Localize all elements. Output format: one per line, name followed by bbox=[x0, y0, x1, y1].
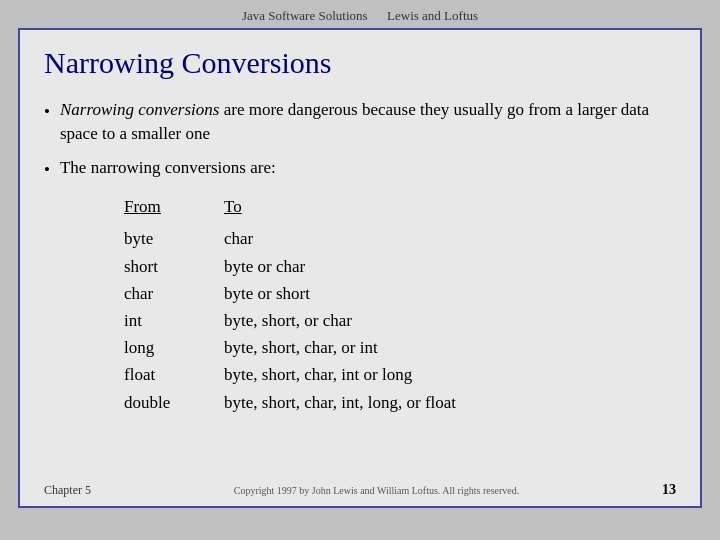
slide-container: Narrowing Conversions • Narrowing conver… bbox=[18, 28, 702, 508]
table-row-from-2: char bbox=[124, 280, 224, 307]
header-right: Lewis and Loftus bbox=[387, 8, 478, 23]
slide-title: Narrowing Conversions bbox=[44, 46, 676, 80]
table-row-from-0: byte bbox=[124, 225, 224, 252]
header-left: Java Software Solutions bbox=[242, 8, 368, 23]
bullet-dot-2: • bbox=[44, 158, 50, 182]
table-row-from-1: short bbox=[124, 253, 224, 280]
bullet1: • Narrowing conversions are more dangero… bbox=[44, 98, 676, 146]
table-row-from-6: double bbox=[124, 389, 224, 416]
col-from-header: From bbox=[124, 197, 224, 217]
table-row-from-4: long bbox=[124, 334, 224, 361]
table-row-from-3: int bbox=[124, 307, 224, 334]
table-row-to-1: byte or char bbox=[224, 253, 524, 280]
table-row-to-5: byte, short, char, int or long bbox=[224, 361, 524, 388]
footer: Chapter 5 Copyright 1997 by John Lewis a… bbox=[20, 482, 700, 498]
table-section: From To byteshortcharintlongfloatdouble … bbox=[124, 197, 676, 415]
bullet2-text: The narrowing conversions are: bbox=[60, 156, 676, 180]
table-body: byteshortcharintlongfloatdouble charbyte… bbox=[124, 225, 676, 415]
bullet1-text: Narrowing conversions are more dangerous… bbox=[60, 98, 676, 146]
table-row-to-0: char bbox=[224, 225, 524, 252]
bullet2: • The narrowing conversions are: bbox=[44, 156, 676, 182]
table-row-to-2: byte or short bbox=[224, 280, 524, 307]
footer-chapter: Chapter 5 bbox=[44, 483, 91, 498]
bullet-dot-1: • bbox=[44, 100, 50, 124]
table-row-to-4: byte, short, char, or int bbox=[224, 334, 524, 361]
col-to-data: charbyte or charbyte or shortbyte, short… bbox=[224, 225, 524, 415]
footer-copyright: Copyright 1997 by John Lewis and William… bbox=[91, 485, 662, 496]
table-row-to-6: byte, short, char, int, long, or float bbox=[224, 389, 524, 416]
table-row-from-5: float bbox=[124, 361, 224, 388]
table-header-row: From To bbox=[124, 197, 676, 217]
footer-page: 13 bbox=[662, 482, 676, 498]
col-to-header: To bbox=[224, 197, 484, 217]
bullet1-italic: Narrowing conversions bbox=[60, 100, 219, 119]
table-row-to-3: byte, short, or char bbox=[224, 307, 524, 334]
col-from-data: byteshortcharintlongfloatdouble bbox=[124, 225, 224, 415]
header: Java Software Solutions Lewis and Loftus bbox=[0, 0, 720, 28]
